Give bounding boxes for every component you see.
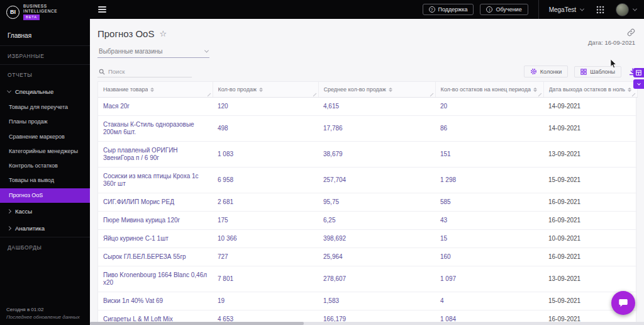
training-button[interactable]: i Обучение <box>480 4 528 15</box>
column-header-product-name[interactable]: Название товара <box>98 82 213 98</box>
cell-product-name[interactable]: Виски 1л 40% Vat 69 <box>98 292 213 311</box>
cell-product-name[interactable]: Стаканы К-Стиль одноразовые 200мл 6шт. <box>98 116 213 142</box>
table-view-button[interactable] <box>633 68 644 77</box>
workspace-selector[interactable]: MegaTest <box>549 6 584 13</box>
search-icon <box>99 69 105 75</box>
cell-product-name[interactable]: Пиво Kronenbourg 1664 Blanc 0,46л x20 <box>98 266 213 292</box>
columns-button[interactable]: Колонки <box>524 66 568 77</box>
cell-product-name[interactable]: Яйцо куриное С-1 1шт <box>98 230 213 248</box>
sidebar-group-analytics[interactable]: Аналитика <box>0 220 90 237</box>
chevron-down-icon <box>580 6 584 11</box>
favorite-star-icon[interactable]: ☆ <box>159 29 167 38</box>
column-header-stock-end-period[interactable]: Кол-во остатков на конец периода <box>435 82 543 98</box>
sidebar-item[interactable]: Товары для переучета <box>0 100 90 115</box>
sidebar-group-kassy[interactable]: Кассы <box>0 203 90 220</box>
sidebar-section-favorites[interactable]: ИЗБРАННЫЕ <box>0 45 90 64</box>
sidebar-group-label: Специальные <box>15 88 53 95</box>
app-logo[interactable]: BI BUSINESS INTELLIGENCE BETA <box>0 0 90 25</box>
cell-stock-zero-date: 15-09-2021 <box>543 168 637 193</box>
store-filter-select[interactable]: Выбранные магазины <box>97 46 209 58</box>
table-row: Пюре Мивина курица 120г1756,254316-09-20… <box>98 212 637 230</box>
sidebar-group-special[interactable]: Специальные <box>0 83 90 100</box>
scroll-down-button[interactable] <box>633 79 644 89</box>
beta-badge: BETA <box>23 14 40 20</box>
cell-product-name[interactable]: Сырок ГЛ.БЕЛ.БЕРЕЗА 55гр <box>98 248 213 266</box>
sort-icon[interactable] <box>259 88 263 92</box>
chevron-down-icon <box>633 6 637 11</box>
sidebar-section-reports[interactable]: ОТЧЕТЫ <box>0 64 90 83</box>
cell-avg-sales-qty: 4,615 <box>318 98 435 116</box>
cell-product-name[interactable]: Сыр плавленый ОРИГИН ЗвениГора п / 6 90г <box>98 142 213 168</box>
search-input[interactable] <box>108 68 191 75</box>
table-row: Яйцо куриное С-1 1шт10 366398,6921510-09… <box>98 230 637 248</box>
cell-sales-qty: 2 681 <box>213 193 318 212</box>
column-label: Кол-во остатков на конец периода <box>441 86 531 93</box>
column-header-avg-sales-qty[interactable]: Среднее кол-во продаж <box>318 82 435 98</box>
sidebar-item-active[interactable]: Прогноз OoS <box>0 188 90 203</box>
menu-toggle-icon[interactable] <box>96 3 108 16</box>
column-label: Кол-во продаж <box>218 86 257 93</box>
cell-stock-end-period: 43 <box>435 212 543 230</box>
table-row: Пиво Kronenbourg 1664 Blanc 0,46л x207 8… <box>98 266 637 292</box>
column-header-sales-qty[interactable]: Кол-во продаж <box>213 82 318 98</box>
cell-stock-end-period: 1 298 <box>435 168 543 193</box>
cell-avg-sales-qty: 17,786 <box>318 116 435 142</box>
refresh-time: Сегодня в 01:02 <box>6 306 80 314</box>
logo-line1: BUSINESS <box>23 4 57 9</box>
cell-stock-zero-date: 14-09-2021 <box>543 116 637 142</box>
cell-product-name[interactable]: Мася 20г <box>98 98 213 116</box>
cell-stock-zero-date: 16-09-2021 <box>543 212 637 230</box>
sidebar-item[interactable]: Планы продаж <box>0 115 90 129</box>
sidebar: BI BUSINESS INTELLIGENCE BETA Главная ИЗ… <box>0 0 90 325</box>
sidebar-item[interactable]: Товары на вывод <box>0 173 90 188</box>
sidebar-item[interactable]: Контроль остатков <box>0 159 90 173</box>
cell-stock-end-period: 86 <box>435 116 543 142</box>
main-content: Прогноз OoS ☆ Дата: 16-09-2021 Выбранные… <box>90 19 644 325</box>
sidebar-group-label: Аналитика <box>15 225 45 232</box>
sidebar-item[interactable]: Сравнение маркеров <box>0 130 90 144</box>
chat-bubble-icon <box>618 297 629 309</box>
sort-icon[interactable] <box>533 88 537 92</box>
cell-stock-end-period: 15 <box>435 230 543 248</box>
data-refresh-info: Сегодня в 01:02 Последнее обновление дан… <box>6 306 80 321</box>
user-menu[interactable] <box>616 3 636 16</box>
cell-product-name[interactable]: Пюре Мивина курица 120г <box>98 212 213 230</box>
cell-stock-zero-date: 10-09-2021 <box>543 230 637 248</box>
search-box[interactable] <box>97 67 192 77</box>
cell-stock-zero-date: 16-09-2021 <box>543 193 637 212</box>
apps-grid-icon[interactable] <box>596 6 604 14</box>
cell-sales-qty: 10 366 <box>213 230 318 248</box>
logo-icon: BI <box>6 6 19 19</box>
cell-sales-qty: 175 <box>213 212 318 230</box>
sort-icon[interactable] <box>150 88 154 92</box>
avatar[interactable] <box>616 3 629 16</box>
templates-button[interactable]: Шаблоны <box>574 66 621 77</box>
chevron-right-icon <box>7 226 11 231</box>
support-icon: ? <box>429 6 435 13</box>
table-side-rail <box>633 68 644 89</box>
support-button[interactable]: ? Поддержка <box>423 4 474 15</box>
sort-icon[interactable] <box>628 88 631 92</box>
sidebar-section-dashboards[interactable]: ДАШБОРДЫ <box>0 237 90 256</box>
store-filter-value: Выбранные магазины <box>99 48 162 55</box>
chat-fab-button[interactable] <box>611 291 635 315</box>
cell-avg-sales-qty: 1,583 <box>318 292 435 311</box>
cell-avg-sales-qty: 398,692 <box>318 230 435 248</box>
column-header-stock-zero-date[interactable]: Дата выхода остатков в ноль <box>543 82 637 98</box>
cell-stock-zero-date: 13-09-2021 <box>543 266 637 292</box>
cell-product-name[interactable]: Сосиски из мяса птицы Кроха 1с 360г шт <box>98 168 213 193</box>
table-row: Мася 20г1204,6152014-09-2021 <box>98 98 637 116</box>
sidebar-item-home[interactable]: Главная <box>0 25 90 45</box>
share-link-icon[interactable] <box>627 28 635 37</box>
templates-button-label: Шаблоны <box>590 69 615 75</box>
chevron-right-icon <box>7 209 11 214</box>
horizontal-scrollbar[interactable] <box>90 322 644 325</box>
scrollbar-thumb[interactable] <box>90 322 304 325</box>
training-label: Обучение <box>496 6 521 13</box>
cell-product-name[interactable]: СИГ.ФИЛИП Морис РЕД <box>98 193 213 212</box>
sort-icon[interactable] <box>389 88 392 92</box>
sidebar-report-list: Товары для переучетаПланы продажСравнени… <box>0 100 90 203</box>
table-row: Сосиски из мяса птицы Кроха 1с 360г шт6 … <box>98 168 637 193</box>
sidebar-item[interactable]: Категорийные менеджеры <box>0 144 90 159</box>
cell-stock-end-period: 585 <box>435 193 543 212</box>
